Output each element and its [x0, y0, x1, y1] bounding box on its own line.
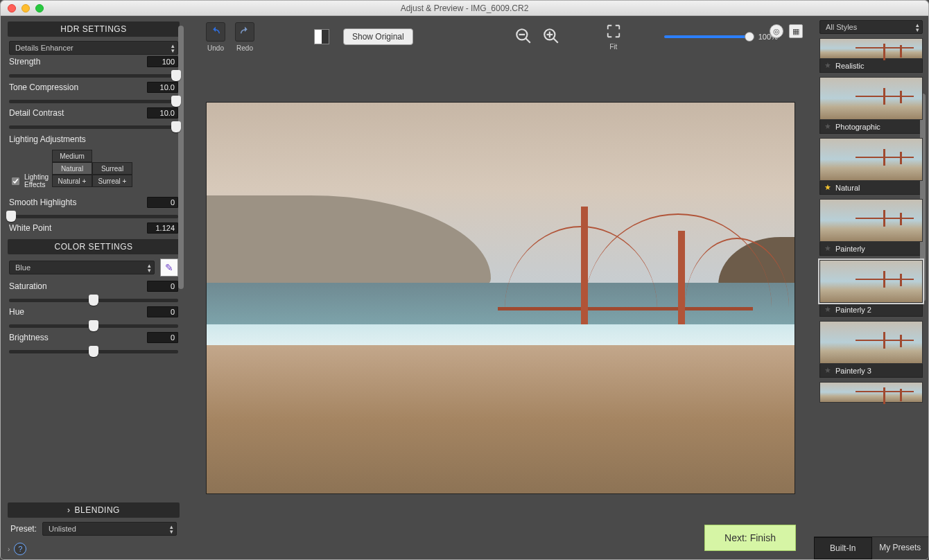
white-point-label: White Point: [9, 223, 51, 233]
preset-thumbnail[interactable]: [819, 77, 923, 120]
fit-button[interactable]: [606, 24, 621, 40]
zoom-in-button[interactable]: [542, 27, 560, 47]
smooth-highlights-label: Smooth Highlights: [9, 198, 76, 207]
brush-icon: ✎: [165, 262, 173, 273]
zoom-in-icon: [542, 27, 560, 45]
lighting-natural-button[interactable]: Natural: [52, 162, 92, 175]
undo-label: Undo: [207, 44, 224, 52]
star-icon[interactable]: ★: [824, 366, 831, 375]
detail-contrast-value[interactable]: 10.0: [147, 107, 178, 119]
preset-thumbnail[interactable]: [819, 138, 923, 181]
window-title: Adjust & Preview - IMG_6009.CR2: [1, 3, 928, 13]
preset-name: Natural: [835, 184, 860, 192]
smooth-highlights-value[interactable]: 0: [147, 197, 178, 208]
blending-header[interactable]: › BLENDING: [8, 502, 180, 518]
zoom-out-button[interactable]: [514, 27, 532, 47]
image-preview[interactable]: [206, 102, 795, 494]
color-brush-button[interactable]: ✎: [160, 259, 178, 277]
lighting-surreal-plus-button[interactable]: Surreal +: [92, 175, 132, 187]
lighting-natural-plus-button[interactable]: Natural +: [52, 175, 92, 187]
saturation-slider[interactable]: [9, 299, 178, 302]
detail-contrast-slider-knob[interactable]: [171, 121, 181, 132]
tone-compression-slider[interactable]: [9, 100, 178, 103]
redo-icon: [238, 26, 251, 38]
preset-thumbnail[interactable]: [819, 38, 923, 59]
color-settings-title: COLOR SETTINGS: [54, 242, 132, 252]
preset-item[interactable]: ★Natural: [819, 138, 923, 195]
hue-value[interactable]: 0: [147, 306, 178, 317]
smooth-highlights-row: Smooth Highlights 0: [9, 197, 178, 218]
preset-thumbnail[interactable]: [819, 260, 923, 303]
tone-compression-row: Tone Compression 10.0: [9, 82, 178, 103]
window-close-button[interactable]: [8, 4, 16, 12]
color-settings-header: COLOR SETTINGS: [8, 239, 180, 254]
lighting-medium-button[interactable]: Medium: [52, 150, 92, 162]
preset-item[interactable]: ★Painterly 3: [819, 321, 923, 378]
preset-value: Unlisted: [49, 525, 76, 533]
tone-compression-slider-knob[interactable]: [171, 96, 181, 107]
brightness-slider-knob[interactable]: [89, 346, 98, 357]
color-channel-value: Blue: [15, 263, 31, 272]
preset-item[interactable]: ★Photographic: [819, 77, 923, 134]
redo-button[interactable]: [235, 22, 254, 42]
next-finish-button[interactable]: Next: Finish: [704, 525, 796, 551]
help-button[interactable]: ?: [14, 543, 26, 555]
hue-slider[interactable]: [9, 324, 178, 328]
fit-icon: [606, 24, 621, 39]
preset-name: Painterly 2: [835, 306, 871, 314]
single-view-button[interactable]: ◎: [770, 24, 783, 38]
undo-button[interactable]: [206, 22, 225, 42]
preset-thumbnail[interactable]: [819, 382, 923, 403]
brightness-value[interactable]: 0: [147, 332, 178, 343]
lighting-label: Lighting Adjustments: [9, 134, 86, 144]
star-icon[interactable]: ★: [824, 244, 831, 253]
panel-collapse-icon[interactable]: ›: [8, 545, 10, 553]
star-icon[interactable]: ★: [824, 183, 831, 192]
smooth-highlights-slider[interactable]: [9, 215, 178, 218]
preset-item[interactable]: [819, 382, 923, 403]
lighting-effects-checkbox[interactable]: [12, 177, 19, 185]
tab-mypresets[interactable]: My Presets: [872, 537, 929, 559]
window-minimize-button[interactable]: [21, 4, 30, 12]
hdr-method-dropdown[interactable]: Details Enhancer: [9, 41, 178, 55]
left-scrollbar[interactable]: [178, 26, 184, 289]
preset-item[interactable]: ★Painterly 2: [819, 260, 923, 317]
preset-filter-dropdown[interactable]: All Styles: [819, 20, 923, 34]
preset-thumbnail[interactable]: [819, 199, 923, 242]
star-icon[interactable]: ★: [824, 122, 831, 131]
star-icon[interactable]: ★: [824, 305, 831, 314]
preset-dropdown[interactable]: Unlisted: [42, 522, 177, 536]
lighting-adjustments: Lighting Adjustments Medium Natural Surr…: [9, 134, 178, 187]
preset-thumbnail[interactable]: [819, 321, 923, 364]
preset-label-row: ★Photographic: [819, 120, 923, 134]
show-original-button[interactable]: Show Original: [343, 28, 413, 45]
compare-split-button[interactable]: [314, 29, 329, 44]
color-channel-dropdown[interactable]: Blue: [9, 261, 155, 274]
hue-slider-knob[interactable]: [89, 320, 98, 331]
tab-builtin[interactable]: Built-In: [814, 537, 872, 559]
brightness-row: Brightness 0: [9, 332, 178, 353]
saturation-row: Saturation 0: [9, 281, 178, 302]
strength-slider-knob[interactable]: [171, 70, 181, 81]
saturation-slider-knob[interactable]: [89, 295, 98, 306]
brightness-slider[interactable]: [9, 350, 178, 353]
white-point-value[interactable]: 1.124: [147, 222, 178, 234]
strength-row: Strength 100: [9, 56, 178, 78]
left-panel: HDR SETTINGS Details Enhancer Strength 1…: [1, 16, 186, 559]
preset-item[interactable]: ★Realistic: [819, 38, 923, 73]
strength-slider[interactable]: [9, 74, 178, 78]
tone-compression-value[interactable]: 10.0: [147, 82, 178, 93]
window-zoom-button[interactable]: [35, 4, 44, 12]
strength-value[interactable]: 100: [147, 56, 178, 67]
saturation-value[interactable]: 0: [147, 281, 178, 292]
star-icon[interactable]: ★: [824, 61, 831, 70]
grid-view-button[interactable]: ▦: [789, 24, 803, 38]
preset-item[interactable]: ★Painterly: [819, 199, 923, 256]
detail-contrast-slider[interactable]: [9, 125, 178, 129]
zoom-slider[interactable]: [664, 35, 754, 38]
undo-icon: [209, 26, 222, 38]
smooth-highlights-slider-knob[interactable]: [6, 211, 16, 222]
lighting-surreal-button[interactable]: Surreal: [92, 162, 132, 175]
svg-line-1: [526, 38, 530, 43]
zoom-slider-knob[interactable]: [745, 32, 754, 42]
